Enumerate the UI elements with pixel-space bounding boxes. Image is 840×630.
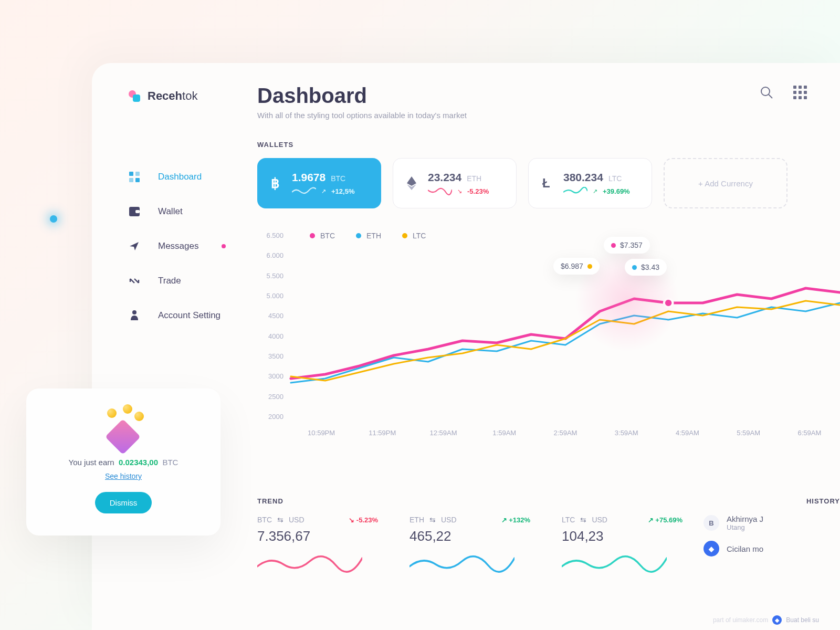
nav-trade[interactable]: Trade [129, 275, 257, 287]
credit: part of uimaker.com ◆ Buat beli su [713, 615, 819, 625]
nav-label: Dashboard [158, 172, 202, 182]
user-icon [129, 310, 140, 321]
swap-icon: ⇆ [277, 516, 284, 524]
btc-icon: ฿ [268, 175, 284, 191]
spark-icon [428, 187, 452, 195]
swap-icon: ⇆ [580, 516, 586, 524]
earn-illustration [100, 404, 147, 452]
trend-card[interactable]: ETH⇆USD↗ +132%465,22 [410, 516, 530, 575]
history-label: HISTORY [704, 497, 840, 505]
trend-up-icon: ↗ [593, 188, 597, 195]
brand: Recehtok [129, 89, 257, 103]
trend-to: USD [441, 516, 457, 524]
chart-y-axis: 6.5006.0005.5005.00045004000350030002500… [257, 232, 284, 421]
trend-from: ETH [410, 516, 424, 524]
history-title: Cicilan mo [727, 544, 763, 553]
svg-rect-5 [135, 210, 140, 213]
nav-account-setting[interactable]: Account Setting [129, 310, 257, 321]
nav-wallet[interactable]: Wallet [129, 206, 257, 217]
nav-label: Messages [158, 241, 198, 251]
nav-active-marker [50, 215, 57, 223]
history-item[interactable]: BAkhirnya JUtang [704, 514, 840, 531]
trend-to: USD [592, 516, 607, 524]
apps-grid-button[interactable] [792, 84, 808, 101]
page-subtitle: With all of the styling tool options ava… [257, 111, 467, 120]
wallet-card-ltc[interactable]: Ł 380.234LTC ↗ +39.69% [528, 158, 652, 208]
history-badge: B [704, 515, 719, 531]
trend-up-icon: ↗ [501, 516, 507, 524]
search-button[interactable] [758, 84, 775, 101]
svg-rect-3 [135, 178, 140, 182]
trend-card[interactable]: BTC⇆USD↘ -5.23%7.356,67 [257, 516, 378, 575]
brand-icon [129, 90, 140, 102]
wallet-amount: 380.234 [563, 171, 603, 184]
credit-icon: ◆ [772, 615, 782, 625]
see-history-link[interactable]: See history [105, 472, 142, 480]
add-currency-button[interactable]: + Add Currency [664, 158, 788, 208]
wallet-delta: -5.23% [467, 187, 489, 195]
swap-icon: ⇆ [429, 516, 436, 524]
nav: Dashboard Wallet Messages Trade [129, 171, 257, 321]
notification-dot [222, 244, 226, 248]
grid-icon [793, 86, 807, 99]
wallets-label: WALLETS [257, 141, 840, 149]
history-list: BAkhirnya JUtang◆Cicilan mo [704, 514, 840, 556]
wallet-delta: +12,5% [331, 187, 354, 195]
trend-delta: ↘ -5.23% [349, 516, 378, 524]
trend-to: USD [289, 516, 304, 524]
svg-text:฿: ฿ [271, 175, 280, 191]
wallets-row: ฿ 1.9678BTC ↗ +12,5% 23.234ETH [257, 158, 840, 208]
wallet-currency: BTC [331, 174, 345, 183]
chart-x-axis: 10:59PM11:59PM12:59AM1:59AM2:59AM3:59AM4… [291, 429, 840, 437]
history-title: Akhirnya J [727, 514, 763, 523]
svg-line-8 [769, 94, 772, 98]
chart-tooltip-eth: $3.43 [625, 259, 667, 276]
trend-up-icon: ↗ [648, 516, 654, 524]
spark-icon [563, 187, 587, 195]
trend-spark [410, 552, 514, 573]
wallet-card-eth[interactable]: 23.234ETH ↘ -5.23% [393, 158, 517, 208]
chart-tooltip-ltc: $6.987 [553, 258, 600, 275]
chart: BTC ETH LTC 6.5006.0005.5005.00045004000… [257, 232, 840, 457]
trend-delta: ↗ +132% [501, 516, 530, 524]
svg-point-11 [664, 299, 673, 307]
sidebar: Recehtok Dashboard Wallet Messages [92, 63, 257, 630]
eth-icon [404, 175, 419, 191]
spark-icon [292, 187, 316, 195]
wallet-currency: LTC [608, 174, 622, 183]
wallet-icon [129, 206, 140, 217]
nav-dashboard[interactable]: Dashboard [129, 171, 257, 183]
trend-value: 465,22 [410, 528, 530, 544]
nav-label: Account Setting [158, 310, 220, 321]
dismiss-button[interactable]: Dismiss [95, 492, 152, 513]
chart-plot[interactable]: $6.987 $7.357 $3.43 [291, 232, 840, 421]
svg-rect-2 [129, 178, 133, 182]
trend-value: 7.356,67 [257, 528, 378, 544]
trend-spark [257, 552, 362, 573]
earn-toast: You just earn 0.02343,00 BTC See history… [26, 388, 220, 536]
trend-down-icon: ↘ [349, 516, 354, 524]
history-item[interactable]: ◆Cicilan mo [704, 541, 840, 556]
trend-card[interactable]: LTC⇆USD↗ +75.69%104,23 [562, 516, 682, 575]
dashboard-icon [129, 171, 140, 183]
wallet-currency: ETH [467, 174, 481, 183]
wallet-delta: +39.69% [603, 187, 630, 195]
svg-rect-0 [129, 172, 133, 176]
trend-spark [562, 552, 667, 573]
nav-label: Wallet [158, 206, 183, 217]
wallet-amount: 1.9678 [292, 171, 326, 184]
trend-from: LTC [562, 516, 575, 524]
page-title: Dashboard [257, 84, 467, 108]
ltc-icon: Ł [539, 175, 555, 191]
nav-messages[interactable]: Messages [129, 240, 257, 252]
wallet-card-btc[interactable]: ฿ 1.9678BTC ↗ +12,5% [257, 158, 381, 208]
trend-label: TREND [257, 497, 682, 505]
brand-name: Recehtok [148, 89, 197, 103]
chart-tooltip-btc: $7.357 [604, 237, 650, 254]
svg-text:Ł: Ł [542, 176, 550, 190]
svg-point-7 [761, 87, 770, 96]
trend-cards: BTC⇆USD↘ -5.23%7.356,67ETH⇆USD↗ +132%465… [257, 516, 682, 575]
history-badge: ◆ [704, 541, 719, 556]
earn-text: You just earn 0.02343,00 BTC [69, 458, 178, 467]
trend-delta: ↗ +75.69% [648, 516, 682, 524]
